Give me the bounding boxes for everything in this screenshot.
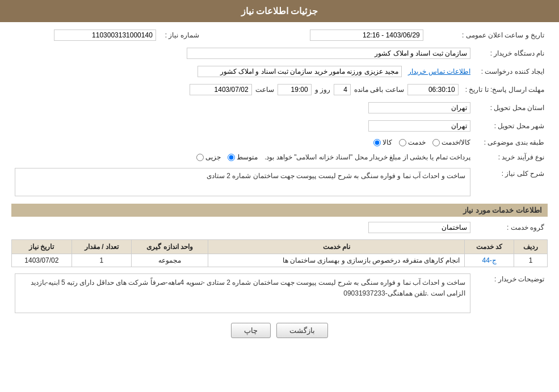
response-day-label: روز و bbox=[315, 86, 330, 94]
buyer-notes-table: توضیحات خریدار : ساخت و احداث آب نما و ف… bbox=[11, 272, 548, 315]
category-kala-khidmat[interactable]: کالا/خدمت bbox=[432, 138, 470, 146]
purchase-type-medium-label: متوسط bbox=[237, 153, 258, 161]
purchase-type-partial-label: جزیی bbox=[205, 153, 221, 161]
buyer-org-input[interactable] bbox=[187, 48, 470, 59]
remaining-label: ساعت باقی مانده bbox=[354, 86, 404, 94]
response-time-label: ساعت bbox=[255, 86, 274, 94]
buyer-org-label: نام دستگاه خریدار : bbox=[474, 46, 548, 61]
announce-input[interactable] bbox=[310, 29, 423, 41]
need-description-box: ساخت و احداث آب نما و فواره سنگی به شرح … bbox=[15, 168, 470, 196]
deadline-table: مهلت ارسال پاسخ: تا تاریخ : ساعت باقی ما… bbox=[11, 82, 548, 97]
col-qty: تعداد / مقدار bbox=[72, 240, 132, 254]
col-code: کد خدمت bbox=[465, 240, 514, 254]
cell-date: 1403/07/02 bbox=[12, 254, 72, 267]
response-days-input[interactable] bbox=[334, 84, 351, 95]
category-khidmat-label: خدمت bbox=[408, 138, 426, 146]
province-label: استان محل تحویل : bbox=[474, 100, 548, 115]
cell-unit: مجموعه bbox=[132, 254, 208, 267]
service-group-label: گروه خدمت : bbox=[474, 220, 548, 235]
province-table: استان محل تحویل : bbox=[11, 100, 548, 115]
need-number-label: شماره نیاز : bbox=[159, 28, 252, 43]
requester-link[interactable]: اطلاعات تماس خریدار bbox=[408, 68, 470, 75]
col-unit: واحد اندازه گیری bbox=[132, 240, 208, 254]
category-khidmat[interactable]: خدمت bbox=[399, 138, 426, 146]
service-group-table: گروه خدمت : bbox=[11, 220, 548, 235]
buttons-row: بازگشت چاپ bbox=[11, 323, 548, 338]
city-input[interactable] bbox=[368, 120, 470, 132]
category-kala-label: کالا bbox=[383, 138, 392, 146]
response-time-input[interactable] bbox=[278, 84, 312, 95]
category-kala-khidmat-label: کالا/خدمت bbox=[442, 138, 470, 146]
cell-name: انجام کارهای متفرقه درخصوص بازسازی و بهس… bbox=[208, 254, 465, 267]
service-group-input[interactable] bbox=[368, 222, 470, 233]
print-button[interactable]: چاپ bbox=[231, 323, 271, 338]
services-table: ردیف کد خدمت نام خدمت واحد اندازه گیری ت… bbox=[11, 239, 548, 267]
requester-table: ایجاد کننده درخواست : اطلاعات تماس خریدا… bbox=[11, 64, 548, 79]
col-date: تاریخ نیاز bbox=[12, 240, 72, 254]
back-button[interactable]: بازگشت bbox=[276, 323, 328, 338]
city-table: شهر محل تحویل : bbox=[11, 119, 548, 133]
buyer-notes-box: ساخت و احداث آب نما و فواره سنگی به شرح … bbox=[15, 273, 470, 313]
purchase-type-medium[interactable]: متوسط bbox=[228, 153, 258, 161]
purchase-type-partial[interactable]: جزیی bbox=[196, 153, 221, 161]
page-header: جزئیات اطلاعات نیاز bbox=[0, 0, 559, 22]
cell-qty: 1 bbox=[72, 254, 132, 267]
col-name: نام خدمت bbox=[208, 240, 465, 254]
category-kala[interactable]: کالا bbox=[373, 138, 392, 146]
announce-label: تاریخ و ساعت اعلان عمومی : bbox=[427, 28, 548, 43]
province-input[interactable] bbox=[368, 102, 470, 113]
table-row: 1 ج-44 انجام کارهای متفرقه درخصوص بازساز… bbox=[12, 254, 548, 267]
remaining-time-input[interactable] bbox=[407, 84, 459, 95]
cell-row-num: 1 bbox=[514, 254, 548, 267]
requester-input[interactable] bbox=[197, 66, 402, 77]
purchase-type-note: پرداخت تمام یا بخشی از مبلغ خریدار محل "… bbox=[264, 153, 470, 161]
need-desc-table: شرح کلی نیاز : ساخت و احداث آب نما و فوا… bbox=[11, 166, 548, 198]
page-container: جزئیات اطلاعات نیاز تاریخ و ساعت اعلان ع… bbox=[0, 0, 559, 392]
services-section-title: اطلاعات خدمات مورد نیاز bbox=[11, 204, 548, 217]
cell-code: ج-44 bbox=[465, 254, 514, 267]
category-table: طبقه بندی موضوعی : کالا/خدمت خدمت کالا bbox=[11, 137, 548, 148]
requester-label: ایجاد کننده درخواست : bbox=[474, 64, 548, 79]
category-label: طبقه بندی موضوعی : bbox=[474, 137, 548, 148]
col-row: ردیف bbox=[514, 240, 548, 254]
need-number-input[interactable] bbox=[54, 29, 156, 41]
purchase-type-table: نوع فرآیند خرید : پرداخت تمام یا بخشی از… bbox=[11, 151, 548, 163]
header-title: جزئیات اطلاعات نیاز bbox=[241, 6, 318, 16]
response-date-input[interactable] bbox=[190, 84, 252, 95]
buyer-notes-label: توضیحات خریدار : bbox=[474, 272, 548, 315]
content-area: تاریخ و ساعت اعلان عمومی : شماره نیاز : … bbox=[0, 22, 559, 349]
top-info-table: تاریخ و ساعت اعلان عمومی : شماره نیاز : bbox=[11, 28, 548, 43]
purchase-type-label: نوع فرآیند خرید : bbox=[474, 151, 548, 163]
city-label: شهر محل تحویل : bbox=[474, 119, 548, 133]
buyer-org-table: نام دستگاه خریدار : bbox=[11, 46, 548, 61]
need-desc-label: شرح کلی نیاز : bbox=[474, 166, 548, 198]
deadline-label: مهلت ارسال پاسخ: تا تاریخ : bbox=[462, 82, 548, 97]
